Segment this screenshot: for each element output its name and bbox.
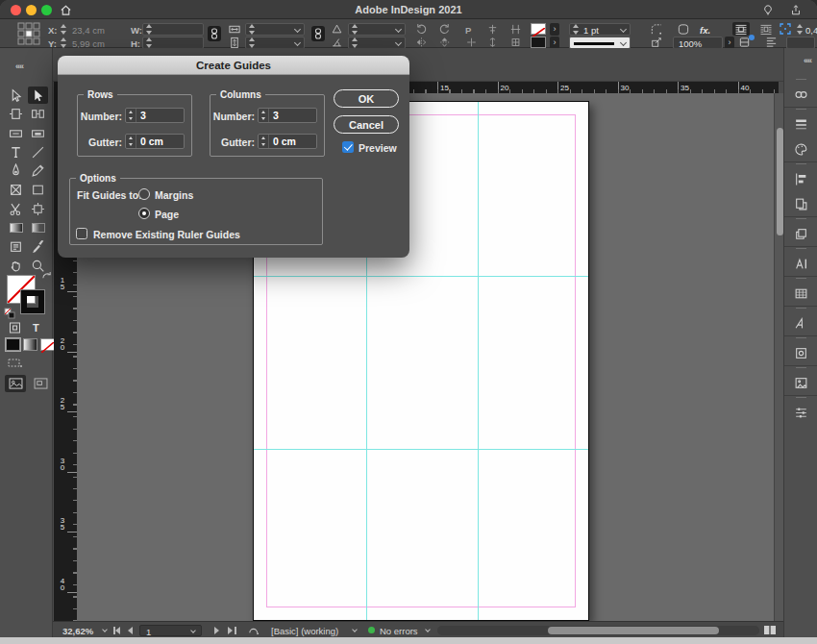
last-page-button[interactable]: [228, 627, 233, 634]
align-panel-icon[interactable]: [765, 36, 778, 48]
apply-none-button[interactable]: [40, 338, 55, 351]
default-swatches-icon[interactable]: [4, 308, 15, 319]
effects-panel-icon[interactable]: [788, 400, 814, 425]
note-tool[interactable]: [6, 238, 26, 256]
frame-tool[interactable]: [6, 182, 26, 199]
balance-columns-icon[interactable]: [465, 37, 478, 48]
x-value[interactable]: 23,4 cm: [72, 25, 105, 36]
formatting-container-button[interactable]: [8, 321, 22, 334]
remove-guides-checkbox[interactable]: [76, 228, 87, 239]
page-label[interactable]: Page: [155, 209, 179, 220]
preview-checkbox[interactable]: [342, 141, 354, 153]
pages-panel-icon[interactable]: [788, 191, 814, 216]
text-wrap-none-button[interactable]: [732, 22, 750, 36]
vertical-scrollbar[interactable]: [774, 93, 783, 621]
constrain-scale-icon[interactable]: [311, 26, 325, 41]
scale-x-field[interactable]: [245, 23, 305, 36]
effects-fx-label[interactable]: fx.: [700, 25, 710, 36]
dock-collapse-icon[interactable]: ««: [804, 56, 811, 65]
panel-grip[interactable]: [796, 397, 806, 398]
first-page-button[interactable]: [115, 627, 120, 634]
object-effects-icon[interactable]: [738, 36, 752, 48]
stroke-swatch[interactable]: [21, 290, 44, 313]
pencil-tool[interactable]: [28, 162, 48, 180]
hand-tool[interactable]: [6, 257, 26, 274]
table-panel-icon[interactable]: [788, 281, 814, 306]
fill-color-swatch[interactable]: [531, 37, 546, 48]
color-panel-icon[interactable]: [788, 136, 814, 161]
screen-mode-preview-button[interactable]: [5, 375, 26, 392]
align-grid-icon[interactable]: [486, 23, 499, 36]
margins-radio[interactable]: [138, 188, 150, 200]
workspace-profile-label[interactable]: [Basic] (working): [271, 626, 338, 636]
previous-page-button[interactable]: [128, 627, 133, 634]
panel-grip[interactable]: [796, 367, 806, 368]
type-tool[interactable]: [6, 143, 26, 161]
direct-selection-tool[interactable]: [6, 87, 26, 104]
panel-grip[interactable]: [796, 278, 806, 279]
selection-tool[interactable]: [28, 87, 48, 104]
rows-number-field[interactable]: [125, 108, 185, 123]
next-page-button[interactable]: [214, 627, 219, 634]
panel-grip[interactable]: [796, 109, 806, 110]
panel-grip[interactable]: [796, 218, 806, 219]
flip-horizontal-icon[interactable]: [415, 37, 428, 48]
columns-gutter-input[interactable]: [269, 136, 316, 147]
rows-gutter-input[interactable]: [136, 136, 184, 147]
anchor-object-icon[interactable]: [509, 37, 522, 48]
paragraph-mark-icon[interactable]: P: [465, 25, 471, 36]
vertical-scrollbar-thumb[interactable]: [777, 128, 783, 235]
dialog-title[interactable]: Create Guides: [58, 56, 409, 75]
align-panel-icon[interactable]: [788, 166, 814, 191]
row-guide-1[interactable]: [254, 276, 588, 277]
preflight-menu-icon[interactable]: [247, 625, 260, 635]
baseline-grid-icon[interactable]: [509, 23, 522, 36]
rows-gutter-stepper[interactable]: [126, 135, 136, 148]
character-styles-panel-icon[interactable]: [788, 310, 814, 335]
ok-button[interactable]: OK: [334, 89, 399, 108]
corner-options-icon[interactable]: [650, 23, 663, 36]
horizontal-scrollbar[interactable]: [437, 626, 759, 635]
free-transform-tool[interactable]: [28, 200, 48, 217]
rotate-ccw-icon[interactable]: [415, 23, 428, 36]
y-stepper[interactable]: [60, 37, 67, 48]
flip-vertical-icon[interactable]: [438, 37, 451, 48]
formatting-text-button[interactable]: T: [33, 322, 39, 334]
pen-tool[interactable]: [6, 162, 26, 180]
cc-libraries-panel-icon[interactable]: [788, 370, 814, 395]
gradient-swatch-tool[interactable]: [6, 219, 26, 236]
rectangle-tool[interactable]: [28, 182, 48, 199]
rows-number-input[interactable]: [136, 110, 184, 121]
stroke-color-swatch[interactable]: [531, 23, 546, 35]
page-tool[interactable]: [6, 106, 26, 123]
columns-number-field[interactable]: [258, 108, 317, 123]
remove-guides-label[interactable]: Remove Existing Ruler Guides: [93, 229, 240, 240]
columns-number-input[interactable]: [269, 110, 316, 121]
last-page-icon[interactable]: [235, 627, 236, 634]
wrap-offset-stepper[interactable]: [796, 24, 804, 35]
margins-label[interactable]: Margins: [155, 189, 193, 201]
row-guide-2[interactable]: [254, 449, 588, 450]
scissors-tool[interactable]: [6, 200, 26, 217]
toolbar-collapse-icon[interactable]: ««: [15, 62, 23, 71]
object-styles-panel-icon[interactable]: [788, 340, 814, 365]
panel-grip[interactable]: [796, 308, 806, 309]
content-placer-tool[interactable]: [28, 124, 48, 141]
gap-tool[interactable]: [28, 106, 48, 123]
gradient-feather-tool[interactable]: [28, 219, 48, 236]
stroke-panel-icon[interactable]: [788, 111, 814, 136]
column-guide-2[interactable]: [478, 102, 479, 620]
links-panel-icon[interactable]: [788, 82, 814, 107]
horizontal-scrollbar-thumb[interactable]: [548, 627, 719, 634]
text-wrap-bounding-button[interactable]: [757, 22, 775, 36]
corner-shape-icon[interactable]: [677, 23, 690, 36]
screen-mode-normal-button[interactable]: [30, 375, 51, 392]
columns-gutter-field[interactable]: [258, 134, 317, 149]
paragraph-styles-panel-icon[interactable]: [788, 251, 814, 276]
layers-panel-icon[interactable]: [788, 221, 814, 246]
panel-grip[interactable]: [796, 337, 806, 338]
page-list-chevron-icon[interactable]: [190, 628, 196, 633]
panel-grip[interactable]: [796, 79, 806, 80]
frame-grid-icon[interactable]: [8, 358, 23, 368]
zoom-level-value[interactable]: 32,62%: [62, 626, 93, 636]
